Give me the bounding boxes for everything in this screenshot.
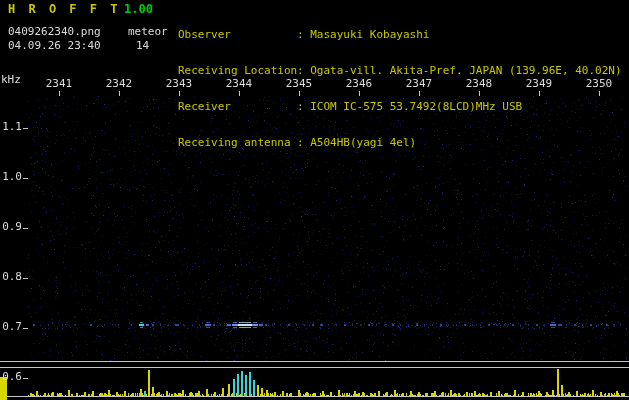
hrofft-output: H R O F F T 1.00 0409262340.png meteor 0… <box>0 0 629 400</box>
y-axis-unit: kHz <box>1 74 21 86</box>
mode-label: meteor <box>128 26 168 38</box>
info-value: ICOM IC-575 53.7492(8LCD)MHz USB <box>310 100 522 113</box>
y-tick-label: 0.9 <box>0 221 22 233</box>
info-row-antenna: Receiving antenna: A504HB(yagi 4el) <box>178 137 622 149</box>
info-separator: : <box>297 136 310 149</box>
info-separator: : <box>297 100 310 113</box>
info-value: Masayuki Kobayashi <box>310 28 429 41</box>
info-row-observer: Observer: Masayuki Kobayashi <box>178 29 622 41</box>
app-title: H R O F F T <box>8 3 120 15</box>
x-tick-label: 2348 <box>464 78 494 90</box>
x-tick-label: 2349 <box>524 78 554 90</box>
y-tick-label: 1.1 <box>0 121 22 133</box>
info-separator: : <box>297 28 310 41</box>
y-tick-label: 0.8 <box>0 271 22 283</box>
meteor-count: 14 <box>136 40 149 52</box>
app-version: 1.00 <box>124 3 153 15</box>
x-tick-label: 2345 <box>284 78 314 90</box>
x-tick-label: 2343 <box>164 78 194 90</box>
x-tick-label: 2341 <box>44 78 74 90</box>
info-row-location: Receiving Location: Ogata-vill. Akita-Pr… <box>178 65 622 77</box>
x-tick-label: 2346 <box>344 78 374 90</box>
info-value: Ogata-vill. Akita-Pref. JAPAN (139.96E, … <box>310 64 621 77</box>
info-label: Receiver <box>178 101 297 113</box>
x-tick-label: 2344 <box>224 78 254 90</box>
info-separator: : <box>297 64 310 77</box>
y-tick-label: 0.6 <box>0 371 22 383</box>
x-tick-label: 2350 <box>584 78 614 90</box>
info-value: A504HB(yagi 4el) <box>310 136 416 149</box>
datetime-label: 04.09.26 23:40 <box>8 40 101 52</box>
output-filename: 0409262340.png <box>8 26 101 38</box>
x-tick-label: 2342 <box>104 78 134 90</box>
info-label: Receiving antenna <box>178 137 297 149</box>
x-tick-label: 2347 <box>404 78 434 90</box>
y-tick-label: 0.7 <box>0 321 22 333</box>
y-tick-label: 1.0 <box>0 171 22 183</box>
info-label: Receiving Location <box>178 65 297 77</box>
info-row-receiver: Receiver: ICOM IC-575 53.7492(8LCD)MHz U… <box>178 101 622 113</box>
info-label: Observer <box>178 29 297 41</box>
